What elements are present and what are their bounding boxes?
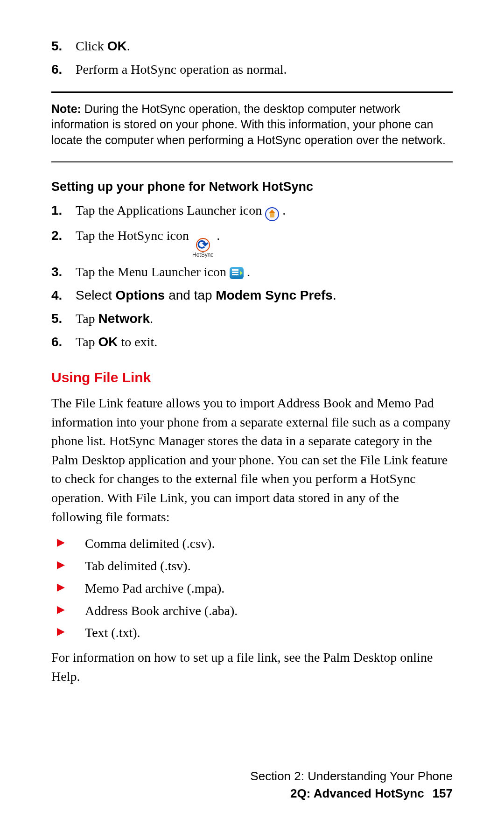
closing-paragraph: For information on how to set up a file … [51,648,453,686]
step-number: 6. [51,61,76,78]
hotsync-icon: ⟳HotSync [192,238,213,258]
note-label: Note: [51,102,81,115]
step-item: 6.Perform a HotSync operation as normal. [51,61,453,78]
divider-bottom [51,161,453,162]
file-format-list: ▶Comma delimited (.csv).▶Tab delimited (… [51,535,453,642]
note-block: Note: During the HotSync operation, the … [51,101,453,148]
step-item: 6.Tap OK to exit. [51,333,453,351]
step-item: 3.Tap the Menu Launcher icon . [51,263,453,281]
bullet-text: Text (.txt). [85,624,453,642]
bullet-text: Tab delimited (.tsv). [85,557,453,575]
step-text: Tap the HotSync icon ⟳HotSync . [76,227,453,258]
step-text: Tap the Applications Launcher icon . [76,202,453,221]
step-number: 4. [51,287,76,304]
bullet-text: Address Book archive (.aba). [85,602,453,620]
step-text: Select Options and tap Modem Sync Prefs. [76,287,453,304]
step-number: 2. [51,227,76,245]
step-item: 1.Tap the Applications Launcher icon . [51,202,453,221]
setup-steps: 1.Tap the Applications Launcher icon .2.… [51,202,453,350]
page-footer: Section 2: Understanding Your Phone 2Q: … [51,768,453,803]
step-item: 5.Click OK. [51,37,453,55]
bullet-icon: ▶ [51,557,85,572]
bullet-text: Memo Pad archive (.mpa). [85,580,453,597]
bullet-icon: ▶ [51,602,85,617]
step-text: Tap OK to exit. [76,333,453,351]
page-number: 157 [433,786,453,800]
step-text: Click OK. [76,37,453,55]
divider-top [51,91,453,93]
subheading-setup: Setting up your phone for Network HotSyn… [51,178,453,195]
step-item: 5.Tap Network. [51,310,453,328]
intro-steps: 5.Click OK.6.Perform a HotSync operation… [51,37,453,78]
file-link-paragraph: The File Link feature allows you to impo… [51,394,453,526]
step-number: 6. [51,333,76,351]
footer-section: Section 2: Understanding Your Phone [51,768,453,785]
step-text: Tap the Menu Launcher icon . [76,263,453,281]
step-number: 5. [51,310,76,328]
step-text: Tap Network. [76,310,453,328]
step-item: 2.Tap the HotSync icon ⟳HotSync . [51,227,453,258]
bullet-icon: ▶ [51,624,85,639]
menu-launcher-icon [230,267,244,279]
list-item: ▶Text (.txt). [51,624,453,642]
applications-launcher-icon [265,207,279,221]
note-text: During the HotSync operation, the deskto… [51,102,446,147]
bullet-icon: ▶ [51,580,85,595]
list-item: ▶Tab delimited (.tsv). [51,557,453,575]
step-text: Perform a HotSync operation as normal. [76,61,453,78]
footer-chapter: 2Q: Advanced HotSync157 [51,785,453,803]
bullet-text: Comma delimited (.csv). [85,535,453,553]
list-item: ▶Comma delimited (.csv). [51,535,453,553]
heading-file-link: Using File Link [51,368,453,387]
bullet-icon: ▶ [51,535,85,550]
step-item: 4.Select Options and tap Modem Sync Pref… [51,287,453,304]
step-number: 5. [51,37,76,55]
step-number: 1. [51,202,76,219]
list-item: ▶Memo Pad archive (.mpa). [51,580,453,597]
list-item: ▶Address Book archive (.aba). [51,602,453,620]
step-number: 3. [51,263,76,281]
